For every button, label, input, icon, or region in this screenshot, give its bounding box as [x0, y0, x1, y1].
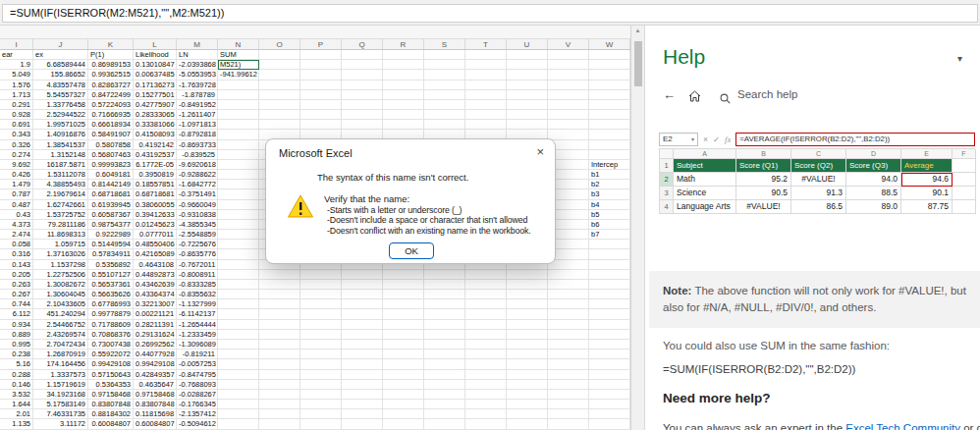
cell[interactable]: 0.43462639 — [134, 280, 177, 290]
cell[interactable]: b6 — [589, 220, 630, 230]
cell[interactable] — [218, 210, 259, 220]
cell[interactable]: b4 — [589, 200, 630, 210]
cell[interactable] — [424, 290, 465, 299]
cell[interactable] — [342, 280, 383, 290]
cell[interactable] — [507, 81, 548, 90]
cell[interactable]: 0.55107127 — [88, 270, 134, 280]
cell[interactable]: 79.2811186 — [33, 220, 88, 230]
cell[interactable] — [259, 70, 300, 80]
cell[interactable] — [465, 340, 507, 349]
cell[interactable] — [300, 81, 342, 90]
cell[interactable] — [465, 60, 507, 70]
cell[interactable]: 0.97158468 — [134, 390, 177, 400]
cell[interactable] — [589, 50, 630, 60]
cell[interactable]: b5 — [589, 210, 630, 220]
cell[interactable] — [507, 400, 548, 409]
cell[interactable] — [259, 81, 300, 90]
cell[interactable] — [548, 50, 589, 60]
cell[interactable]: 11.8698313 — [33, 230, 88, 240]
cell[interactable]: 0.4643108 — [134, 260, 177, 270]
cell[interactable] — [259, 270, 300, 280]
cell[interactable] — [548, 120, 589, 130]
cell[interactable]: 0.43192537 — [134, 150, 177, 160]
cell[interactable]: 0.86989153 — [88, 60, 134, 70]
cell[interactable] — [218, 290, 259, 299]
cell[interactable] — [300, 330, 342, 340]
cell[interactable] — [424, 349, 465, 359]
cell[interactable]: 6.1772E-05 — [134, 160, 177, 170]
cell[interactable]: 0.44892873 — [134, 270, 177, 280]
column-header-K[interactable]: K — [88, 39, 134, 49]
cell[interactable] — [342, 409, 383, 419]
cell[interactable] — [465, 90, 507, 100]
column-header-I[interactable]: I — [0, 39, 33, 49]
cell[interactable]: -0.8792818 — [177, 130, 218, 139]
cell[interactable]: 0.39412633 — [134, 210, 177, 220]
cell[interactable] — [507, 330, 548, 340]
cell[interactable]: -6.1142137 — [177, 309, 218, 319]
cell[interactable]: 174.164456 — [33, 359, 88, 369]
cell[interactable]: 6.68589444 — [33, 60, 88, 70]
cell[interactable] — [383, 409, 424, 419]
cell[interactable] — [383, 299, 424, 309]
cell[interactable]: 0.56537361 — [88, 280, 134, 290]
cell[interactable] — [342, 120, 383, 130]
cell[interactable] — [342, 60, 383, 70]
cell[interactable] — [507, 70, 548, 80]
cell[interactable]: b3 — [589, 189, 630, 199]
cell[interactable]: -0.8635776 — [177, 249, 218, 259]
cell[interactable]: 0.88184302 — [88, 409, 134, 419]
cell[interactable]: 1.059715 — [33, 240, 88, 249]
cell[interactable]: 0.288 — [0, 370, 33, 380]
cell[interactable] — [300, 349, 342, 359]
cell[interactable] — [424, 280, 465, 290]
cell[interactable]: 0.38060055 — [134, 200, 177, 210]
cell[interactable] — [424, 380, 465, 390]
cell[interactable]: -2.5548859 — [177, 230, 218, 240]
cell[interactable]: 1.62742661 — [33, 200, 88, 210]
cell[interactable]: 0.928 — [0, 110, 33, 120]
cell[interactable] — [259, 359, 300, 369]
cell[interactable] — [383, 380, 424, 390]
cell[interactable]: 1.30604045 — [33, 290, 88, 299]
cell[interactable]: 1.1537298 — [33, 260, 88, 270]
cell[interactable]: 5.54557327 — [33, 90, 88, 100]
cell[interactable]: 0.99429108 — [134, 359, 177, 369]
cell[interactable]: 0.57834911 — [88, 249, 134, 259]
cell[interactable]: -1.1327999 — [177, 299, 218, 309]
search-input[interactable]: Search help — [737, 88, 797, 100]
cell[interactable] — [589, 409, 630, 419]
cell[interactable]: 0.11815698 — [134, 409, 177, 419]
cell[interactable]: -0.0057253 — [177, 359, 218, 369]
cell[interactable]: 0.29131624 — [134, 330, 177, 340]
cell[interactable] — [259, 100, 300, 110]
cell[interactable] — [259, 390, 300, 400]
cell[interactable]: -1.3096089 — [177, 340, 218, 349]
cell[interactable] — [342, 330, 383, 340]
cell[interactable] — [424, 419, 465, 429]
cell[interactable] — [218, 170, 259, 180]
cell[interactable] — [383, 270, 424, 280]
cell[interactable]: 2.19679614 — [33, 189, 88, 199]
cell[interactable] — [424, 309, 465, 319]
cell[interactable] — [548, 390, 589, 400]
cell[interactable] — [507, 390, 548, 400]
cell[interactable] — [548, 290, 589, 299]
cell[interactable] — [300, 280, 342, 290]
cell[interactable] — [465, 280, 507, 290]
cell[interactable] — [300, 110, 342, 120]
cell[interactable] — [589, 309, 630, 319]
cell[interactable] — [259, 290, 300, 299]
cell[interactable] — [300, 390, 342, 400]
cell[interactable] — [589, 280, 630, 290]
cell[interactable] — [300, 320, 342, 330]
cell[interactable]: b1 — [589, 170, 630, 180]
cell[interactable]: -1.7639728 — [177, 81, 218, 90]
cell[interactable] — [465, 70, 507, 80]
cell[interactable] — [218, 390, 259, 400]
cell[interactable]: -0.8491952 — [177, 100, 218, 110]
cell[interactable]: 0.889 — [0, 330, 33, 340]
scroll-up-icon[interactable]: ▲ — [631, 27, 644, 33]
cell[interactable]: 0.4635647 — [134, 380, 177, 390]
cell[interactable]: 1.22752506 — [33, 270, 88, 280]
